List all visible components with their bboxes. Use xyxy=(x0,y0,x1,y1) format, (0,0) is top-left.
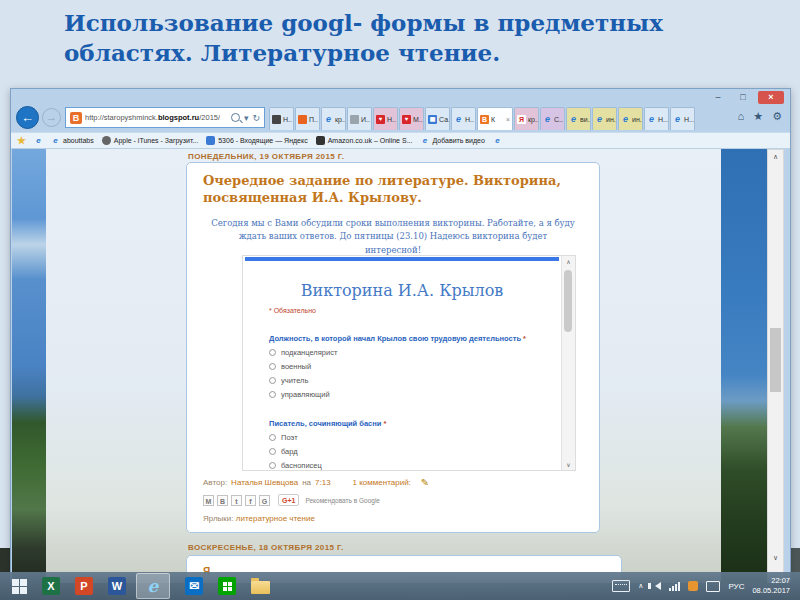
recommend-label: Рекомендовать в Google xyxy=(305,497,380,504)
start-button[interactable] xyxy=(12,579,27,594)
gold-star-icon[interactable]: ★ xyxy=(17,136,26,145)
taskbar-word-icon[interactable]: W xyxy=(108,577,126,595)
back-button[interactable]: ← xyxy=(16,106,39,129)
home-icon[interactable]: ⌂ xyxy=(738,110,745,123)
favorite-item[interactable]: 5306 - Входящие — Яндекс xyxy=(206,136,307,145)
scroll-down-icon[interactable]: ∨ xyxy=(768,554,783,562)
gear-icon[interactable]: ⚙ xyxy=(772,110,782,123)
post-date-header: ВОСКРЕСЕНЬЕ, 18 ОКТЯБРЯ 2015 Г. xyxy=(188,543,344,552)
ie-icon[interactable]: e xyxy=(493,136,502,145)
language-indicator[interactable]: РУС xyxy=(728,582,744,591)
display-icon[interactable] xyxy=(706,581,720,592)
keyboard-icon[interactable] xyxy=(612,580,630,592)
tab-close-icon[interactable]: × xyxy=(506,116,510,123)
favorites-bar: ★ e eabouttabs Apple - iTunes - Загрузит… xyxy=(11,132,790,149)
radio-button[interactable] xyxy=(269,448,276,455)
taskbar-excel-icon[interactable]: X xyxy=(42,577,60,595)
forward-button[interactable]: → xyxy=(42,108,61,127)
radio-option[interactable]: Поэт xyxy=(269,433,561,442)
maximize-button[interactable]: □ xyxy=(733,91,753,104)
page-viewport: ПОНЕДЕЛЬНИК, 19 ОКТЯБРЯ 2015 Г. Очередно… xyxy=(12,149,767,583)
taskbar-mail-icon[interactable]: ✉ xyxy=(185,577,203,595)
form-required-note: * Обязательно xyxy=(269,307,561,314)
background-photo-left xyxy=(12,149,46,583)
browser-tab[interactable]: eН.. xyxy=(451,107,476,130)
radio-option[interactable]: бард xyxy=(269,447,561,456)
form-scrollbar[interactable]: ∧ ∨ xyxy=(561,256,575,470)
browser-tab[interactable]: eН... xyxy=(670,107,695,130)
heart-favicon: ♥ xyxy=(402,115,411,124)
ie-icon[interactable]: e xyxy=(34,136,43,145)
browser-tab[interactable]: ▦Са.. xyxy=(425,107,450,130)
post-footer: Автор: Наталья Шевцова на 7:13 1 коммент… xyxy=(203,477,429,488)
timestamp-link[interactable]: 7:13 xyxy=(315,478,331,487)
search-icon[interactable] xyxy=(231,113,240,122)
radio-button[interactable] xyxy=(269,377,276,384)
radio-option[interactable]: управляющий xyxy=(269,390,561,399)
google-share-icon[interactable]: G xyxy=(259,495,270,506)
radio-option[interactable]: учитель xyxy=(269,376,561,385)
scrollbar-thumb[interactable] xyxy=(770,328,781,392)
label-link[interactable]: литературное чтение xyxy=(236,514,315,523)
radio-option[interactable]: баснописец xyxy=(269,461,561,470)
email-share-icon[interactable]: M xyxy=(203,495,214,506)
browser-tab[interactable]: Н.. xyxy=(269,107,294,130)
favorite-item[interactable]: Amazon.co.uk – Online S... xyxy=(316,136,413,145)
speaker-icon[interactable] xyxy=(651,582,661,590)
active-tab[interactable]: BК× xyxy=(477,107,513,130)
window-caption-buttons: – □ × xyxy=(708,91,784,104)
radio-button[interactable] xyxy=(269,391,276,398)
scroll-up-icon[interactable]: ∧ xyxy=(768,153,783,161)
edit-pencil-icon[interactable]: ✎ xyxy=(421,477,429,488)
ie-favicon: e xyxy=(543,115,552,124)
network-signal-icon[interactable] xyxy=(669,582,680,591)
scrollbar-thumb[interactable] xyxy=(564,270,572,332)
blogthis-share-icon[interactable]: B xyxy=(217,495,228,506)
browser-tab[interactable]: ♥Н.. xyxy=(373,107,398,130)
facebook-share-icon[interactable]: f xyxy=(245,495,256,506)
browser-tab[interactable]: eин... xyxy=(592,107,617,130)
scroll-up-icon[interactable]: ∧ xyxy=(562,258,575,265)
taskbar-ie-icon-active[interactable]: e xyxy=(136,573,170,599)
favorite-item[interactable]: Apple - iTunes - Загрузит... xyxy=(102,136,198,145)
browser-tab[interactable]: ♥М.. xyxy=(399,107,424,130)
browser-tab[interactable]: eин... xyxy=(618,107,643,130)
favorite-item[interactable]: eabouttabs xyxy=(51,136,94,145)
browser-tab[interactable]: eви... xyxy=(566,107,591,130)
browser-tab[interactable]: П.. xyxy=(295,107,320,130)
browser-tab[interactable]: Якр... xyxy=(514,107,539,130)
chevron-down-icon[interactable]: ▾ xyxy=(244,113,249,123)
minimize-button[interactable]: – xyxy=(708,91,728,104)
radio-option[interactable]: подканцелярист xyxy=(269,348,561,357)
address-bar[interactable]: B http://staropyshminck.blogspot.ru/2015… xyxy=(65,107,265,128)
taskbar-store-icon[interactable] xyxy=(218,577,236,595)
volume-mixer-icon[interactable] xyxy=(688,581,698,591)
browser-scrollbar[interactable]: ∧ ∨ xyxy=(767,149,784,583)
background-photo-right xyxy=(721,149,767,583)
favorite-item[interactable]: eДобавить видео xyxy=(420,136,484,145)
form-question: Писатель, сочиняющий басни * xyxy=(269,419,535,428)
scroll-down-icon[interactable]: ∨ xyxy=(562,461,575,468)
taskbar-powerpoint-icon[interactable]: P xyxy=(75,577,93,595)
taskbar-explorer-icon[interactable] xyxy=(251,578,270,594)
twitter-share-icon[interactable]: t xyxy=(231,495,242,506)
radio-option[interactable]: военный xyxy=(269,362,561,371)
yandex-favicon: Я xyxy=(517,115,526,124)
radio-button[interactable] xyxy=(269,349,276,356)
gplus-one-button[interactable]: G+1 xyxy=(278,494,299,506)
tray-expand-icon[interactable]: ∧ xyxy=(638,582,643,590)
post-title[interactable]: Очередное задание по литературе. Виктори… xyxy=(203,173,583,207)
clock[interactable]: 22:07 08.05.2017 xyxy=(752,576,790,596)
radio-button[interactable] xyxy=(269,363,276,370)
comments-link[interactable]: 1 комментарий: xyxy=(353,478,411,487)
browser-tab[interactable]: И.. xyxy=(347,107,372,130)
refresh-icon[interactable]: ↻ xyxy=(252,113,260,123)
favorites-star-icon[interactable]: ★ xyxy=(753,110,763,123)
browser-tab[interactable]: eкр.. xyxy=(321,107,346,130)
author-link[interactable]: Наталья Шевцова xyxy=(231,478,298,487)
radio-button[interactable] xyxy=(269,434,276,441)
close-button[interactable]: × xyxy=(758,91,784,104)
browser-tab[interactable]: eС.. xyxy=(540,107,565,130)
radio-button[interactable] xyxy=(269,462,276,469)
browser-tab[interactable]: eН... xyxy=(644,107,669,130)
